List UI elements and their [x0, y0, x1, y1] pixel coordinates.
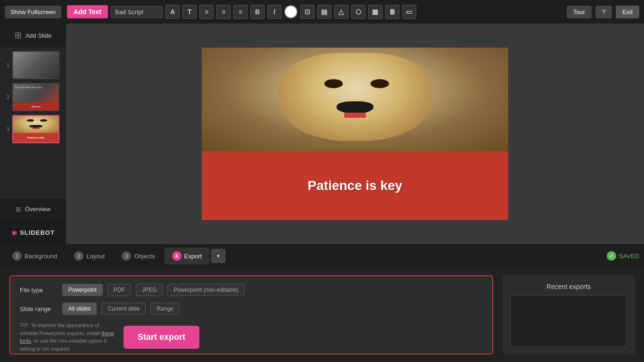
slide-number-3: 3 [3, 126, 9, 132]
filetype-pdf-button[interactable]: PDF [107, 284, 131, 296]
slide-caption: Patience is key [202, 151, 508, 220]
export-panel: File type Powerpoint PDF JPEG Powerpoint… [0, 268, 644, 362]
overview-icon: ⊞ [16, 206, 21, 213]
file-type-row: File type Powerpoint PDF JPEG Powerpoint… [20, 284, 483, 296]
slide-range-label: Slide range [20, 305, 58, 313]
add-text-button[interactable]: Add Text [67, 5, 108, 18]
canvas-area: https://files.com/place/47657/0g50074e84… [66, 24, 644, 244]
bottom-tabbar: 1 Background 2 Layout 3 Objects 4 Export… [0, 244, 644, 268]
trash-icon[interactable]: 🗑 [385, 5, 399, 19]
dog-face [279, 53, 432, 141]
main-content: ⊞ Add Slide 1 2 You must take some risks [0, 24, 644, 244]
add-slide-button[interactable]: ⊞ Add Slide [0, 24, 66, 47]
export-tip-text: TIP: To improve the appearance of editab… [20, 321, 114, 353]
text-icon[interactable]: T [182, 5, 197, 19]
chevron-down-icon: ▾ [217, 253, 220, 259]
italic-icon[interactable]: I [267, 5, 281, 19]
slide-item-3[interactable]: 3 Patience is key [3, 115, 63, 143]
dog-nose [337, 101, 373, 114]
top-toolbar: Show Fullscreen Add Text A T ≡ ≡ ≡ B I ⊡… [0, 0, 644, 24]
font-size-icon[interactable]: A [165, 5, 180, 19]
tab-background-label: Background [25, 253, 57, 260]
help-button[interactable]: ? [595, 6, 612, 18]
these-fonts-link[interactable]: these fonts [20, 330, 114, 344]
texture-icon[interactable]: ▦ [368, 5, 382, 19]
image-icon[interactable]: ⊡ [300, 5, 314, 19]
tab-number-3: 3 [122, 251, 131, 261]
start-export-button[interactable]: Start export [124, 326, 199, 349]
tab-number-1: 1 [12, 251, 22, 261]
tour-button[interactable]: Tour [567, 6, 592, 18]
export-left-panel: File type Powerpoint PDF JPEG Powerpoint… [9, 275, 493, 354]
fullscreen-button[interactable]: Show Fullscreen [5, 6, 61, 18]
slide-number-1: 1 [3, 62, 9, 68]
tip-and-button-area: TIP: To improve the appearance of editab… [20, 321, 483, 353]
add-slide-label: Add Slide [25, 32, 52, 39]
toolbar-right: Tour ? Exit [567, 6, 639, 18]
overview-button[interactable]: ⊞ Overview [0, 197, 66, 221]
sidebar: ⊞ Add Slide 1 2 You must take some risks [0, 24, 66, 244]
slide-thumb-2[interactable]: You must take some risks slide text [12, 83, 59, 111]
slide-caption-text: Patience is key [308, 178, 403, 193]
exit-button[interactable]: Exit [616, 6, 639, 18]
slide-thumb-inner-2: You must take some risks slide text [13, 84, 58, 110]
tab-layout[interactable]: 2 Layout [66, 247, 112, 264]
filetype-powerpoint-button[interactable]: Powerpoint [62, 284, 103, 296]
slide-range-row: Slide range All slides Current slide Ran… [20, 303, 483, 315]
tab-objects-label: Objects [134, 253, 155, 260]
range-range-button[interactable]: Range [150, 303, 179, 315]
brand-name: SLIDEBOT [20, 229, 55, 236]
dog-treat [344, 113, 366, 118]
align-left-icon[interactable]: ≡ [199, 5, 214, 19]
filetype-jpeg-button[interactable]: JPEG [136, 284, 163, 296]
slide-item-1[interactable]: 1 [3, 51, 63, 79]
dog-eye-left [324, 79, 343, 88]
filetype-powerpoint-noneditable-button[interactable]: Powerpoint (non-editable) [167, 284, 244, 296]
tab-background[interactable]: 1 Background [5, 247, 65, 264]
slide-thumb-1[interactable] [12, 51, 59, 79]
slide-item-2[interactable]: 2 You must take some risks slide text [3, 83, 63, 111]
align-right-icon[interactable]: ≡ [233, 5, 248, 19]
tab-number-2: 2 [74, 251, 83, 261]
saved-label: SAVED [619, 253, 639, 260]
monitor-icon[interactable]: ▭ [402, 5, 416, 19]
crop-icon[interactable]: ⬡ [351, 5, 365, 19]
slide-thumb-inner-1 [13, 52, 58, 78]
tab-export-label: Export [184, 253, 202, 260]
tab-dropdown-button[interactable]: ▾ [211, 249, 225, 263]
layers-icon[interactable]: ▤ [317, 5, 331, 19]
saved-checkmark-icon: ✓ [607, 251, 616, 261]
recent-exports-title: Recent exports [510, 283, 627, 290]
color-circle-icon[interactable] [284, 5, 297, 18]
brand-logo-icon: ◉ [11, 229, 17, 236]
tab-layout-label: Layout [86, 253, 105, 260]
saved-status: ✓ SAVED [607, 251, 639, 261]
overview-label: Overview [25, 206, 50, 213]
export-right-panel: Recent exports [503, 275, 635, 354]
slide-image-top: https://files.com/place/47657/0g50074e84… [202, 48, 508, 151]
font-name-input[interactable] [111, 6, 163, 18]
slide-list: 1 2 You must take some risks slide text [0, 47, 66, 197]
shape-icon[interactable]: △ [334, 5, 348, 19]
tab-export[interactable]: 4 Export [165, 247, 210, 264]
tab-objects[interactable]: 3 Objects [114, 247, 162, 264]
dog-background [202, 48, 508, 151]
recent-exports-box [510, 295, 627, 347]
bold-icon[interactable]: B [250, 5, 264, 19]
range-all-slides-button[interactable]: All slides [62, 303, 97, 315]
file-type-label: File type [20, 287, 58, 294]
slide-thumb-3[interactable]: Patience is key [12, 115, 59, 143]
dog-eye-right [371, 79, 389, 88]
align-center-icon[interactable]: ≡ [216, 5, 231, 19]
slide-number-2: 2 [3, 94, 9, 100]
slide-thumb-inner-3: Patience is key [13, 116, 58, 142]
add-slide-icon: ⊞ [15, 30, 22, 41]
brand-area: ◉ SLIDEBOT [0, 221, 66, 244]
slide-canvas[interactable]: https://files.com/place/47657/0g50074e84… [202, 48, 508, 220]
tab-number-4: 4 [172, 251, 182, 261]
range-current-slide-button[interactable]: Current slide [101, 303, 146, 315]
